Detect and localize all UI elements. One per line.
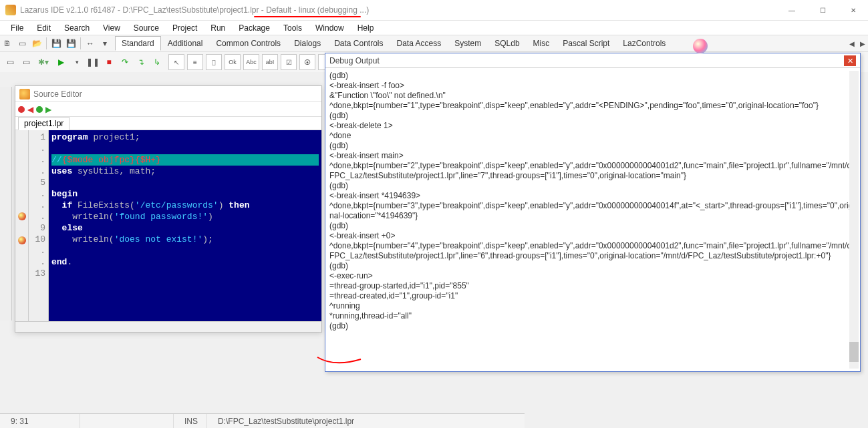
- menu-window[interactable]: Window: [309, 22, 351, 34]
- code-line[interactable]: writeln('found passwords!'): [51, 211, 319, 222]
- palette-item-1[interactable]: ≡: [187, 54, 203, 70]
- code-line[interactable]: [51, 143, 319, 154]
- save-all-button[interactable]: 💾: [63, 36, 78, 51]
- nav-forward-button[interactable]: ▶: [45, 105, 51, 114]
- comp-tab-data-access[interactable]: Data Access: [390, 36, 448, 51]
- debug-line: <-break-insert +0>: [329, 231, 856, 241]
- source-tab-project1[interactable]: project1.lpr: [18, 117, 69, 130]
- step-into-button[interactable]: ↴: [134, 55, 148, 69]
- debug-line: *running,thread-id="all": [329, 311, 856, 321]
- source-editor-title-text: Source Editor: [33, 89, 82, 99]
- palette-item-0[interactable]: ↖: [168, 54, 184, 70]
- comp-tab-sqldb[interactable]: SQLdb: [488, 36, 526, 51]
- comp-tab-additional[interactable]: Additional: [161, 36, 210, 51]
- menu-run[interactable]: Run: [204, 22, 232, 34]
- comp-tab-data-controls[interactable]: Data Controls: [327, 36, 390, 51]
- menu-view[interactable]: View: [96, 22, 127, 34]
- palette-item-5[interactable]: abI: [262, 54, 278, 70]
- source-editor-icon: [19, 89, 30, 99]
- new-form-button[interactable]: ▭: [15, 36, 29, 51]
- code-line[interactable]: program project1;: [51, 132, 319, 143]
- step-out-button[interactable]: ↳: [150, 55, 164, 69]
- comp-tab-common-controls[interactable]: Common Controls: [209, 36, 287, 51]
- left-dock[interactable]: [0, 87, 12, 320]
- comp-tab-pascal-script[interactable]: Pascal Script: [556, 36, 616, 51]
- scrollbar-thumb[interactable]: [849, 342, 859, 362]
- annotation-underline: [254, 16, 361, 17]
- open-button[interactable]: 📂: [29, 36, 44, 51]
- comp-tab-dialogs[interactable]: Dialogs: [287, 36, 327, 51]
- debug-line: (gdb): [329, 111, 856, 121]
- debug-line: ^done: [329, 131, 856, 141]
- comp-tab-lazcontrols[interactable]: LazControls: [616, 36, 672, 51]
- code-line[interactable]: if FileExists('/etc/passwords') then: [51, 200, 319, 211]
- comp-tab-standard[interactable]: Standard: [115, 36, 161, 51]
- code-line[interactable]: uses sysUtils, math;: [51, 166, 319, 177]
- code-line[interactable]: [51, 177, 319, 188]
- debug-line: <-exec-run>: [329, 271, 856, 281]
- menu-tools[interactable]: Tools: [277, 22, 309, 34]
- build-mode-button[interactable]: ✱▾: [36, 55, 51, 69]
- debug-vertical-scrollbar[interactable]: [849, 71, 859, 369]
- new-unit-button[interactable]: 🗎: [0, 36, 15, 51]
- debug-line: &"Function \"foo\" not defined.\n": [329, 91, 856, 101]
- minimize-button[interactable]: —: [782, 7, 801, 14]
- app-icon: [5, 5, 16, 15]
- toggle-form-unit-button[interactable]: ↔: [83, 36, 98, 51]
- palette-item-4[interactable]: Abc: [243, 54, 259, 70]
- tab-scroll-left[interactable]: ◀: [847, 40, 857, 47]
- tab-scroll-right[interactable]: ▶: [857, 40, 868, 47]
- menu-source[interactable]: Source: [127, 22, 166, 34]
- menu-package[interactable]: Package: [232, 22, 277, 34]
- pause-button[interactable]: ❚❚: [86, 55, 100, 69]
- breakpoint-icon[interactable]: [18, 212, 26, 220]
- source-nav-bar: ◀ ▶: [15, 102, 321, 117]
- close-button[interactable]: ✕: [844, 7, 863, 14]
- palette-item-2[interactable]: ⌷: [206, 54, 222, 70]
- code-line[interactable]: writeln('does not exist!');: [51, 234, 319, 245]
- palette-item-3[interactable]: Ok: [225, 54, 241, 70]
- menu-project[interactable]: Project: [166, 22, 204, 34]
- menu-search[interactable]: Search: [57, 22, 96, 34]
- status-cursor-pos: 9: 31: [0, 414, 80, 428]
- code-line[interactable]: else: [51, 222, 319, 234]
- code-line[interactable]: //{$mode objfpc}{$H+}: [51, 154, 319, 166]
- running-app-icon[interactable]: [693, 39, 708, 53]
- debug-line: =thread-created,id="1",group-id="i1": [329, 291, 856, 301]
- menu-file[interactable]: File: [4, 22, 30, 34]
- step-over-button[interactable]: ↷: [118, 55, 132, 69]
- breakpoint-gutter[interactable]: [15, 130, 29, 321]
- menu-edit[interactable]: Edit: [30, 22, 57, 34]
- breakpoint-icon[interactable]: [18, 236, 26, 244]
- save-button[interactable]: 💾: [49, 36, 63, 51]
- manage-desktops-button[interactable]: ▾: [98, 36, 112, 51]
- stop-button[interactable]: ■: [102, 55, 116, 69]
- horizontal-scrollbar[interactable]: [15, 321, 321, 332]
- comp-tab-system[interactable]: System: [448, 36, 488, 51]
- palette-item-7[interactable]: ⦿: [299, 54, 315, 70]
- debug-close-button[interactable]: ✕: [844, 55, 856, 66]
- run-menu-button[interactable]: ▾: [69, 55, 84, 69]
- maximize-button[interactable]: ☐: [813, 7, 832, 14]
- status-bar: 9: 31 INS D:\FPC_Laz\testSubstitute\proj…: [0, 413, 525, 428]
- jump-fwd-history-icon[interactable]: [36, 106, 43, 113]
- jump-back-history-icon[interactable]: [18, 106, 25, 113]
- debug-line: ^done,bkpt={number="1",type="breakpoint"…: [329, 101, 856, 111]
- menu-help[interactable]: Help: [351, 22, 381, 34]
- view-units-button[interactable]: ▭: [3, 55, 17, 69]
- debug-output-body[interactable]: (gdb)<-break-insert -f foo>&"Function \"…: [325, 68, 860, 371]
- debug-line: <-break-delete 1>: [329, 121, 856, 131]
- debug-line: ^done,bkpt={number="3",type="breakpoint"…: [329, 201, 856, 221]
- window-title: Lazarus IDE v2.1.0 r61487 - D:\FPC_Laz\t…: [20, 5, 369, 15]
- comp-tab-misc[interactable]: Misc: [527, 36, 557, 51]
- code-line[interactable]: begin: [51, 188, 319, 200]
- view-forms-button[interactable]: ▭: [19, 55, 33, 69]
- palette-item-6[interactable]: ☑: [281, 54, 297, 70]
- run-button[interactable]: ▶: [53, 55, 68, 69]
- code-line[interactable]: [51, 268, 319, 279]
- nav-back-button[interactable]: ◀: [27, 105, 33, 114]
- code-line[interactable]: end.: [51, 256, 319, 268]
- code-area[interactable]: program project1; //{$mode objfpc}{$H+}u…: [49, 130, 321, 321]
- debug-line: (gdb): [329, 221, 856, 231]
- code-line[interactable]: [51, 245, 319, 256]
